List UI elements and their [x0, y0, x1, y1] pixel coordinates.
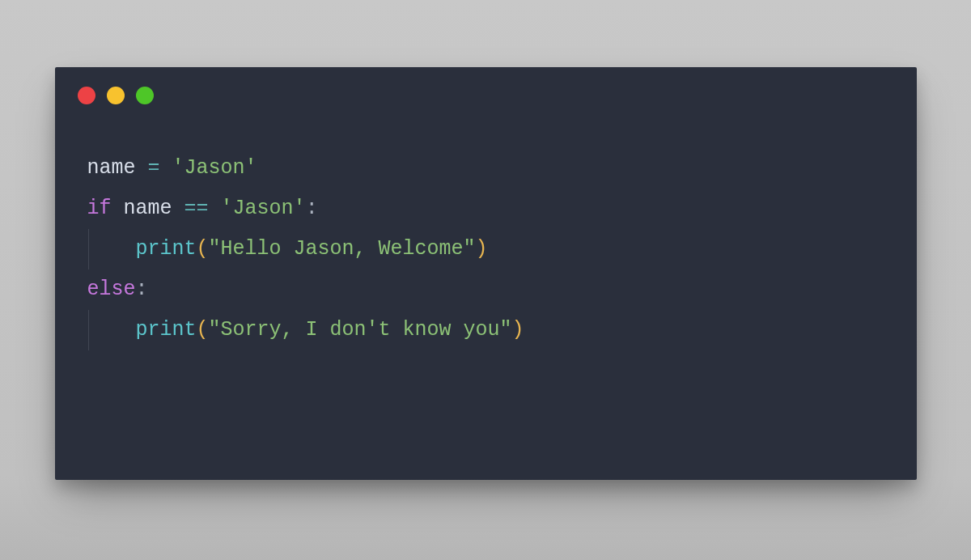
token-keyword: if: [87, 197, 112, 220]
code-line: if name == 'Jason':: [87, 189, 884, 229]
token-punct: ): [512, 318, 524, 342]
token-keyword: else: [87, 278, 136, 301]
maximize-icon[interactable]: [136, 87, 154, 104]
token-string: "Hello Jason, Welcome": [209, 237, 476, 261]
code-line: print("Sorry, I don't know you"): [87, 310, 884, 350]
close-icon[interactable]: [78, 87, 95, 104]
token-var: name: [87, 156, 136, 180]
token-plain: [209, 197, 221, 220]
token-plain: [172, 197, 184, 220]
token-string: "Sorry, I don't know you": [209, 318, 512, 342]
token-punct: ): [476, 237, 488, 261]
code-line: print("Hello Jason, Welcome"): [87, 229, 884, 269]
title-bar: [55, 67, 917, 104]
indent-guide: print("Sorry, I don't know you"): [88, 310, 524, 350]
token-builtin: print: [136, 237, 197, 261]
token-plain: [112, 197, 124, 220]
token-colon: :: [306, 197, 318, 220]
indent-guide: print("Hello Jason, Welcome"): [88, 229, 488, 269]
code-line: name = 'Jason': [87, 148, 884, 189]
token-builtin: print: [136, 318, 197, 342]
token-string: 'Jason': [172, 156, 257, 180]
token-plain: [160, 156, 172, 180]
token-plain: [136, 156, 148, 180]
token-colon: :: [136, 278, 148, 301]
minimize-icon[interactable]: [107, 87, 125, 104]
code-editor[interactable]: name = 'Jason'if name == 'Jason':print("…: [55, 104, 917, 367]
token-op: ==: [184, 197, 209, 220]
code-line: else:: [87, 269, 884, 310]
token-punct: (: [197, 318, 209, 342]
token-op: =: [148, 156, 160, 180]
code-window: name = 'Jason'if name == 'Jason':print("…: [55, 67, 917, 480]
token-punct: (: [197, 237, 209, 261]
token-string: 'Jason': [221, 197, 306, 220]
token-var: name: [124, 197, 172, 220]
